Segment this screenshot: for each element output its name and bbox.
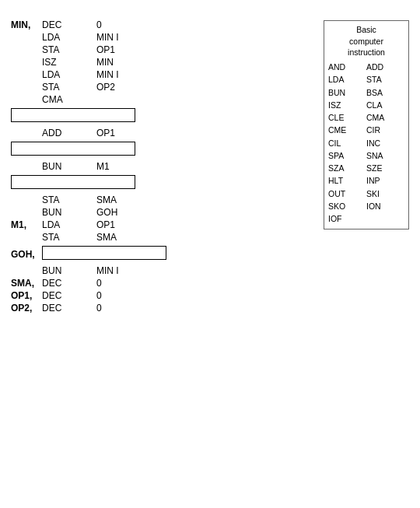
assembly-row: STASMA (11, 231, 173, 243)
row-label (11, 81, 42, 93)
main-content: MIN,DEC0LDAMIN ISTAOP1ISZMINLDAMIN ISTAO… (11, 19, 409, 314)
ref-instruction-item: CLA (366, 99, 404, 111)
row-operand: 0 (96, 277, 173, 289)
row-operand: OP1 (96, 44, 173, 56)
ref-instruction-item: HLT (328, 174, 366, 187)
assembly-row: BUNMIN I (11, 265, 173, 277)
row-label (11, 31, 42, 44)
row-opcode: BUN (42, 206, 96, 219)
row-opcode: LDA (42, 31, 96, 44)
row-operand: MIN I (96, 68, 173, 81)
ref-instruction-item: AND (328, 61, 366, 73)
row-label (11, 127, 42, 139)
row-operand: OP1 (96, 219, 173, 231)
empty-input-box[interactable] (11, 108, 135, 122)
assembly-row: CMA (11, 93, 173, 106)
assembly-row: OP1,DEC0 (11, 289, 173, 302)
row-operand: 0 (96, 289, 173, 302)
assembly-row: BUNM1 (11, 160, 173, 173)
assembly-row: LDAMIN I (11, 68, 173, 81)
row-opcode: STA (42, 231, 96, 243)
ref-instruction-item: CMA (366, 111, 404, 124)
assembly-row: STAOP2 (11, 81, 173, 93)
row-operand: GOH (96, 206, 173, 219)
ref-instruction-item: SZA (328, 162, 366, 174)
row-label: SMA, (11, 277, 42, 289)
ref-instruction-item: CIL (328, 137, 366, 149)
row-opcode: CMA (42, 93, 96, 106)
assembly-row: BUNGOH (11, 206, 173, 219)
ref-instruction-item: SZE (366, 162, 404, 174)
row-operand (96, 93, 173, 106)
row-opcode: BUN (42, 265, 96, 277)
row-label (11, 194, 42, 206)
assembly-row: OP2,DEC0 (11, 302, 173, 314)
ref-instruction-item: BUN (328, 86, 366, 99)
row-operand: OP2 (96, 81, 173, 93)
row-label (11, 56, 42, 68)
row-opcode: STA (42, 194, 96, 206)
empty-input-box[interactable] (11, 175, 135, 189)
row-operand: MIN I (96, 265, 173, 277)
row-label (11, 44, 42, 56)
row-operand: MIN I (96, 31, 173, 44)
row-label: OP1, (11, 289, 42, 302)
ref-instruction-item: SPA (328, 149, 366, 162)
ref-instruction-item: CIR (366, 124, 404, 136)
row-opcode: DEC (42, 277, 96, 289)
assembly-row: STASMA (11, 194, 173, 206)
ref-instruction-item: IOF (328, 212, 366, 225)
row-opcode: LDA (42, 68, 96, 81)
assembly-row (11, 139, 173, 160)
assembly-row: M1,LDAOP1 (11, 219, 173, 231)
row-opcode: ISZ (42, 56, 96, 68)
row-opcode: DEC (42, 302, 96, 314)
ref-instruction-item: SNA (366, 149, 404, 162)
ref-instructions: ANDADDLDASTABUNBSAISZCLACLECMACMECIRCILI… (328, 61, 404, 225)
empty-box-cell (11, 106, 173, 127)
ref-instruction-item: INP (366, 174, 404, 187)
row-opcode: DEC (42, 19, 96, 31)
assembly-row: MIN,DEC0 (11, 19, 173, 31)
row-opcode: STA (42, 44, 96, 56)
assembly-row (11, 173, 173, 194)
assembly-row: STAOP1 (11, 44, 173, 56)
row-label (11, 231, 42, 243)
assembly-row: SMA,DEC0 (11, 277, 173, 289)
ref-instruction-item: SKI (366, 187, 404, 200)
empty-box-cell (11, 139, 173, 160)
ref-instruction-item: INC (366, 137, 404, 149)
row-label: MIN, (11, 19, 42, 31)
row-label (11, 160, 42, 173)
ref-instruction-item: CME (328, 124, 366, 136)
ref-instruction-item: ISZ (328, 99, 366, 111)
assembly-row: ISZMIN (11, 56, 173, 68)
empty-input-box[interactable] (42, 246, 166, 260)
assembly-table: MIN,DEC0LDAMIN ISTAOP1ISZMINLDAMIN ISTAO… (11, 19, 173, 314)
row-label (11, 68, 42, 81)
row-opcode: BUN (42, 160, 96, 173)
empty-box-cell (11, 173, 173, 194)
assembly-row: GOH, (11, 243, 173, 265)
ref-instruction-item: ADD (366, 61, 404, 73)
assembly-section: MIN,DEC0LDAMIN ISTAOP1ISZMINLDAMIN ISTAO… (11, 19, 317, 314)
ref-instruction-item: OUT (328, 187, 366, 200)
row-label (11, 265, 42, 277)
row-operand: OP1 (96, 127, 173, 139)
row-label (11, 93, 42, 106)
empty-box-cell (42, 243, 173, 265)
row-operand: SMA (96, 194, 173, 206)
row-label: GOH, (11, 243, 42, 265)
row-operand: M1 (96, 160, 173, 173)
ref-instruction-item: ION (366, 200, 404, 212)
ref-instruction-item: BSA (366, 86, 404, 99)
assembly-row (11, 106, 173, 127)
assembly-row: LDAMIN I (11, 31, 173, 44)
row-opcode: ADD (42, 127, 96, 139)
row-operand: SMA (96, 231, 173, 243)
row-label: OP2, (11, 302, 42, 314)
ref-instruction-item: LDA (328, 73, 366, 86)
reference-box: Basiccomputerinstruction ANDADDLDASTABUN… (324, 20, 409, 229)
ref-instruction-item: STA (366, 73, 404, 86)
empty-input-box[interactable] (11, 142, 135, 156)
